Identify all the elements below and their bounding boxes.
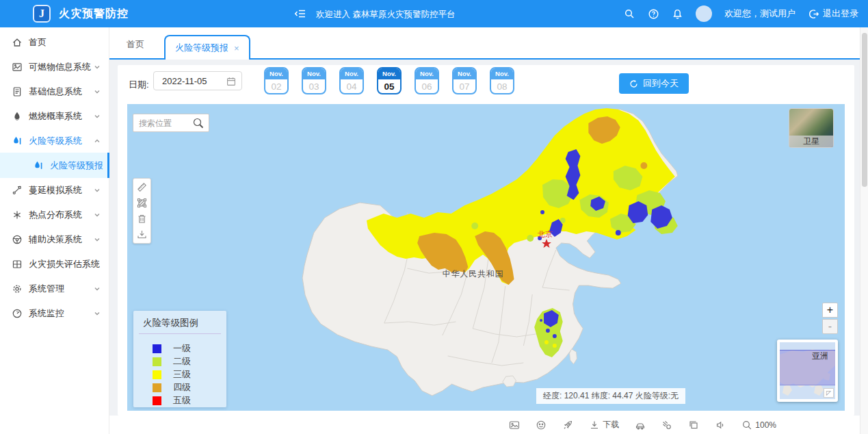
sidebar-item-label: 可燃物信息系统: [29, 61, 91, 73]
menu-fold-icon[interactable]: [294, 8, 306, 20]
chip-month: Nov.: [378, 68, 400, 79]
overview-map[interactable]: 亚洲 ◸: [777, 340, 838, 402]
content-card: 日期: Nov.02 Nov.03 Nov.04 Nov.05 Nov.06 N…: [118, 65, 854, 416]
legend-swatch: [153, 396, 161, 405]
sidebar-item-spread-simulation[interactable]: 蔓延模拟系统: [0, 177, 109, 203]
chip-month: Nov.: [453, 68, 475, 79]
sidebar-item-label: 火险等级系统: [29, 135, 82, 147]
legend-swatch: [153, 370, 161, 379]
chip-month: Nov.: [416, 68, 438, 79]
user-avatar[interactable]: [696, 5, 712, 22]
download-map-icon[interactable]: [136, 229, 148, 240]
fuel-info-icon: [12, 62, 23, 73]
logout-button[interactable]: 退出登录: [808, 8, 858, 20]
chevron-up-icon: [94, 138, 101, 144]
date-chip[interactable]: Nov.06: [415, 67, 439, 94]
sidebar-nav: 首页 可燃物信息系统 基础信息系统 燃烧概率系统 火险等级系统 火险等级预报: [0, 27, 109, 434]
sidebar-item-loss-assessment[interactable]: 火灾损失评估系统: [0, 251, 109, 277]
search-icon[interactable]: [624, 8, 635, 20]
rocket-icon[interactable]: [562, 420, 573, 431]
help-icon[interactable]: [648, 8, 659, 20]
overview-collapse-icon[interactable]: ◸: [824, 388, 834, 398]
scrollbar-thumb[interactable]: [862, 33, 867, 187]
sidebar-item-fuel-info[interactable]: 可燃物信息系统: [0, 54, 109, 79]
logout-label: 退出登录: [823, 8, 858, 20]
tab-home[interactable]: 首页: [127, 38, 144, 51]
download-button[interactable]: 下载: [589, 419, 619, 431]
hotspot-icon: [12, 209, 23, 220]
date-chip[interactable]: Nov.04: [339, 67, 364, 94]
legend-label: 四级: [173, 381, 191, 394]
top-header: J 火灾预警防控 欢迎进入 森林草原火灾预警防控平台 欢迎您，测试用户 退出登录: [0, 0, 868, 27]
chip-day: 02: [265, 79, 287, 93]
sidebar-item-label: 燃烧概率系统: [29, 110, 82, 123]
date-chip-row: Nov.02 Nov.03 Nov.04 Nov.05 Nov.06 Nov.0…: [264, 67, 514, 94]
sidebar-item-decision-support[interactable]: 辅助决策系统: [0, 227, 109, 252]
zoom-out-button[interactable]: -: [822, 319, 838, 334]
comet-icon[interactable]: [661, 420, 672, 431]
date-picker[interactable]: [153, 71, 242, 90]
viewer-toolbar: 下载 100%: [109, 416, 860, 434]
date-chip[interactable]: Nov.03: [302, 67, 326, 94]
fire-warning-app: J 火灾预警防控 欢迎进入 森林草原火灾预警防控平台 欢迎您，测试用户 退出登录: [0, 0, 868, 434]
tab-fire-risk-forecast[interactable]: 火险等级预报 ×: [164, 35, 250, 60]
legend-item: 二级: [153, 355, 191, 368]
basemap-switcher[interactable]: 卫星: [789, 108, 834, 148]
chip-month: Nov.: [265, 68, 287, 79]
legend-item: 五级: [153, 394, 191, 407]
tab-close-icon[interactable]: ×: [234, 43, 239, 53]
trash-icon[interactable]: [136, 213, 148, 225]
page-scrollbar[interactable]: [860, 27, 868, 434]
screenshot-icon[interactable]: [509, 420, 520, 431]
sidebar-item-fire-risk-forecast[interactable]: 火险等级预报: [0, 153, 109, 178]
chip-day: 06: [416, 79, 438, 93]
map-search-input[interactable]: [133, 114, 192, 131]
sidebar-item-label: 热点分布系统: [29, 209, 82, 221]
viewer-zoom-control[interactable]: 100%: [741, 420, 776, 431]
car-icon[interactable]: [635, 420, 646, 431]
speaker-icon[interactable]: [715, 420, 726, 431]
search-magnifier-icon[interactable]: [192, 117, 205, 129]
measure-ruler-icon[interactable]: [136, 181, 148, 193]
tab-bar: 首页 火险等级预报 ×: [109, 27, 860, 60]
chip-day: 03: [303, 79, 325, 93]
map-canvas[interactable]: 中华人民共和国 北京 火险等级图例 一级 二级: [127, 104, 845, 411]
download-label: 下载: [603, 419, 619, 431]
sidebar-item-label: 系统监控: [29, 307, 64, 320]
sidebar-item-hotspot-distribution[interactable]: 热点分布系统: [0, 202, 109, 227]
chip-day: 07: [453, 79, 475, 93]
legend-divider: [139, 333, 221, 334]
date-chip[interactable]: Nov.02: [264, 67, 289, 94]
sidebar-item-system-management[interactable]: 系统管理: [0, 276, 109, 301]
basemap-label: 卫星: [789, 136, 833, 147]
emoji-icon[interactable]: [536, 420, 547, 431]
date-chip[interactable]: Nov.07: [452, 67, 477, 94]
gauge-icon: [12, 308, 23, 319]
polygon-select-icon[interactable]: [136, 197, 148, 209]
chip-day: 05: [378, 79, 400, 93]
windows-icon[interactable]: [688, 420, 699, 431]
chevron-down-icon: [94, 212, 101, 218]
sidebar-item-home[interactable]: 首页: [0, 29, 109, 55]
date-input[interactable]: [154, 72, 241, 90]
zoom-in-button[interactable]: +: [822, 303, 838, 318]
date-chip[interactable]: Nov.08: [490, 67, 514, 94]
map-tools-panel: [133, 178, 151, 244]
sidebar-item-basic-info[interactable]: 基础信息系统: [0, 79, 109, 104]
sidebar-item-burn-probability[interactable]: 燃烧概率系统: [0, 103, 109, 129]
chevron-down-icon: [94, 310, 101, 317]
date-chip-selected[interactable]: Nov.05: [377, 67, 402, 94]
welcome-text: 欢迎进入 森林草原火灾预警防控平台: [316, 9, 455, 21]
viewer-zoom-level: 100%: [755, 420, 776, 430]
sidebar-item-system-monitor[interactable]: 系统监控: [0, 301, 109, 326]
legend-label: 一级: [173, 342, 191, 355]
coordinates-readout: 经度: 120.41 纬度: 44.47 火险等级:无: [536, 388, 685, 404]
document-icon: [12, 86, 23, 97]
map-search-box[interactable]: [133, 114, 209, 132]
bell-icon[interactable]: [672, 8, 683, 20]
sidebar-item-fire-risk-system[interactable]: 火险等级系统: [0, 128, 109, 153]
magnifier-icon: [741, 420, 752, 431]
chevron-down-icon: [94, 113, 101, 120]
beijing-label: 北京: [537, 230, 553, 238]
back-to-today-button[interactable]: 回到今天: [619, 73, 689, 94]
